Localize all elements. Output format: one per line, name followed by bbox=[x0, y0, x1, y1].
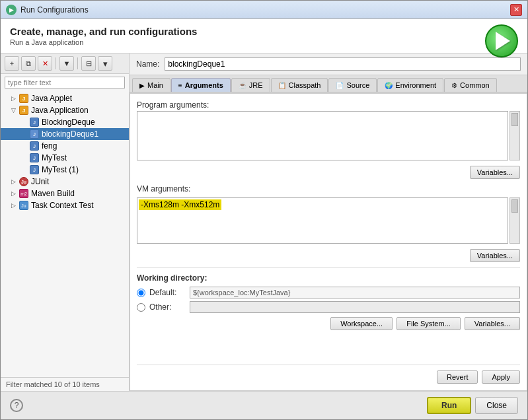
tab-classpath-label: Classpath bbox=[289, 81, 321, 89]
expand-arrow-task: ▷ bbox=[11, 202, 18, 209]
filter-input[interactable] bbox=[5, 77, 125, 88]
settings-button[interactable]: ▾ bbox=[98, 56, 112, 71]
vm-scrollbar-thumb bbox=[511, 199, 518, 213]
filter-button[interactable]: ▼ bbox=[59, 56, 74, 71]
tree-item-task-context[interactable]: ▷ Ju Task Context Test bbox=[1, 199, 129, 211]
tree-label-feng: feng bbox=[42, 141, 57, 151]
other-dir-input[interactable] bbox=[190, 301, 520, 313]
tab-main-label: Main bbox=[147, 81, 163, 89]
vm-args-textarea[interactable] bbox=[137, 197, 508, 244]
expand-arrow-maven: ▷ bbox=[11, 190, 18, 197]
close-window-button[interactable]: ✕ bbox=[510, 4, 522, 16]
other-dir-row: Other: bbox=[137, 301, 520, 313]
arguments-tab-icon: ≡ bbox=[178, 82, 182, 89]
working-dir-label: Working directory: bbox=[137, 273, 520, 283]
tree-label-task-context: Task Context Test bbox=[31, 201, 94, 210]
tree-item-blockingdeque1[interactable]: ▷ J blockingDeque1 bbox=[1, 128, 129, 140]
tab-jre[interactable]: ☕ JRE bbox=[231, 78, 270, 92]
maven-icon: m2 bbox=[19, 189, 28, 198]
junit-icon: Ju bbox=[19, 177, 28, 186]
program-args-scrollbar bbox=[509, 111, 520, 160]
program-args-variables-button[interactable]: Variables... bbox=[470, 166, 520, 179]
tab-source[interactable]: 📄 Source bbox=[328, 78, 377, 92]
dialog-footer: ? Run Close bbox=[1, 391, 527, 419]
title-bar: ▶ Run Configurations ✕ bbox=[1, 1, 527, 19]
vm-args-variables-button[interactable]: Variables... bbox=[470, 249, 520, 262]
tab-environment[interactable]: 🌍 Environment bbox=[377, 78, 443, 92]
tree-label-maven: Maven Build bbox=[31, 189, 75, 198]
tree-item-feng[interactable]: ▷ J feng bbox=[1, 140, 129, 152]
right-panel: Name: ▶ Main ≡ Arguments ☕ JRE 📋 bbox=[130, 53, 527, 391]
expand-arrow-junit: ▷ bbox=[11, 178, 18, 185]
help-button[interactable]: ? bbox=[10, 399, 23, 412]
tree-item-blockingdeque[interactable]: ▷ J BlockingDeque bbox=[1, 116, 129, 128]
toolbar-separator-2 bbox=[77, 57, 78, 69]
tree-item-mytest1[interactable]: ▷ J MyTest (1) bbox=[1, 164, 129, 176]
tab-arguments-label: Arguments bbox=[185, 81, 223, 89]
task-icon: Ju bbox=[19, 201, 28, 210]
close-button[interactable]: Close bbox=[475, 397, 518, 414]
dialog-header: Create, manage, and run configurations R… bbox=[1, 19, 527, 53]
title-bar-left: ▶ Run Configurations bbox=[6, 5, 89, 15]
name-input[interactable] bbox=[165, 57, 521, 71]
new-config-button[interactable]: + bbox=[5, 56, 19, 71]
default-radio[interactable] bbox=[137, 289, 145, 297]
tree-toolbar: + ⧉ ✕ ▼ ⊟ ▾ bbox=[1, 53, 129, 74]
name-row: Name: bbox=[130, 53, 527, 75]
program-args-textarea[interactable] bbox=[137, 111, 508, 160]
default-dir-input[interactable] bbox=[190, 287, 520, 298]
tree-item-mytest[interactable]: ▷ J MyTest bbox=[1, 152, 129, 164]
tree-label-mytest1: MyTest (1) bbox=[42, 165, 79, 174]
config-tree: ▷ J Java Applet ▽ J Java Application ▷ J… bbox=[1, 91, 129, 377]
program-args-section: Program arguments: bbox=[137, 100, 520, 160]
arguments-content: Program arguments: Variables... VM argum… bbox=[130, 93, 527, 391]
common-tab-icon: ⚙ bbox=[451, 82, 457, 89]
program-args-label: Program arguments: bbox=[137, 100, 520, 110]
vm-args-wrapper: -Xms128m -Xmx512m bbox=[137, 197, 520, 244]
working-dir-buttons: Workspace... File System... Variables... bbox=[137, 317, 520, 330]
vm-args-label: VM arguments: bbox=[137, 184, 520, 193]
program-args-wrapper bbox=[137, 111, 520, 160]
revert-button[interactable]: Revert bbox=[437, 370, 478, 384]
other-radio-label: Other: bbox=[149, 302, 186, 312]
collapse-button[interactable]: ⊟ bbox=[81, 56, 96, 71]
tab-common[interactable]: ⚙ Common bbox=[444, 78, 497, 92]
vm-args-buttons: Variables... bbox=[137, 249, 520, 262]
tree-item-maven[interactable]: ▷ m2 Maven Build bbox=[1, 188, 129, 199]
tree-item-junit[interactable]: ▷ Ju JUnit bbox=[1, 176, 129, 188]
classpath-tab-icon: 📋 bbox=[278, 82, 286, 89]
run-large-icon bbox=[485, 24, 518, 57]
apply-button[interactable]: Apply bbox=[482, 370, 520, 384]
run-button[interactable]: Run bbox=[427, 397, 471, 414]
tab-main[interactable]: ▶ Main bbox=[132, 78, 170, 92]
duplicate-config-button[interactable]: ⧉ bbox=[21, 56, 36, 71]
run-configurations-window: ▶ Run Configurations ✕ Create, manage, a… bbox=[0, 0, 528, 420]
tab-arguments[interactable]: ≡ Arguments bbox=[171, 78, 231, 92]
env-tab-icon: 🌍 bbox=[385, 82, 393, 89]
tree-item-java-application[interactable]: ▽ J Java Application bbox=[1, 104, 129, 116]
source-tab-icon: 📄 bbox=[336, 82, 344, 89]
tree-item-java-applet[interactable]: ▷ J Java Applet bbox=[1, 92, 129, 104]
other-radio[interactable] bbox=[137, 303, 145, 312]
file-system-button[interactable]: File System... bbox=[396, 317, 461, 330]
default-radio-label: Default: bbox=[149, 288, 186, 297]
dialog-body: + ⧉ ✕ ▼ ⊟ ▾ ▷ J Java Applet ▽ bbox=[1, 53, 527, 391]
dialog-subtitle: Run a Java application bbox=[10, 38, 474, 46]
left-panel: + ⧉ ✕ ▼ ⊟ ▾ ▷ J Java Applet ▽ bbox=[1, 53, 130, 391]
tree-label-mytest: MyTest bbox=[42, 153, 67, 162]
tab-classpath[interactable]: 📋 Classpath bbox=[271, 78, 328, 92]
config-action-buttons: Revert Apply bbox=[137, 365, 520, 384]
working-dir-section: Working directory: Default: Other: Works… bbox=[137, 267, 520, 330]
delete-config-button[interactable]: ✕ bbox=[38, 56, 52, 71]
main-tab-icon: ▶ bbox=[139, 82, 145, 89]
default-dir-row: Default: bbox=[137, 287, 520, 298]
mytest-icon: J bbox=[30, 153, 39, 162]
expand-arrow-java-applet: ▷ bbox=[11, 95, 18, 102]
working-dir-variables-button[interactable]: Variables... bbox=[465, 317, 520, 330]
tab-jre-label: JRE bbox=[249, 81, 263, 89]
tree-label-java-applet: Java Applet bbox=[31, 94, 72, 103]
toolbar-separator bbox=[56, 57, 56, 69]
java-application-icon: J bbox=[19, 106, 28, 115]
workspace-button[interactable]: Workspace... bbox=[330, 317, 393, 330]
tree-label-junit: JUnit bbox=[31, 177, 49, 186]
